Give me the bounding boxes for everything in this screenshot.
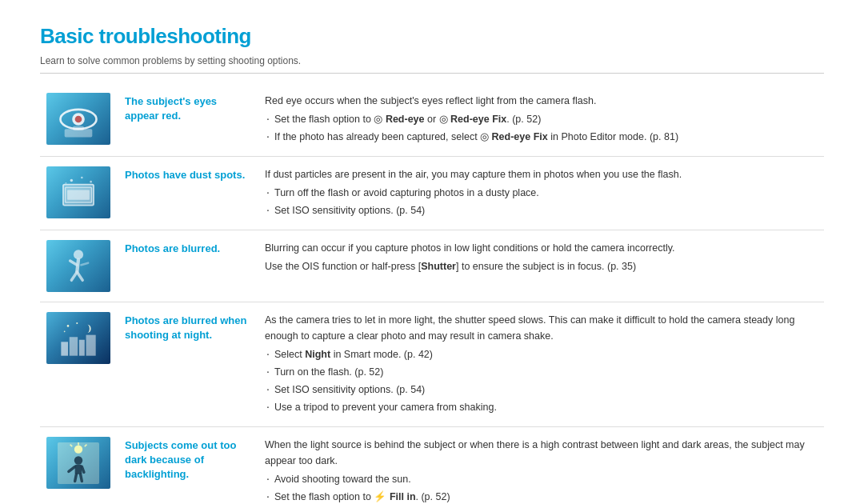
svg-line-17	[81, 262, 88, 265]
row-image-cell	[40, 157, 118, 230]
svg-line-34	[75, 474, 77, 481]
svg-point-8	[70, 178, 73, 181]
list-item: Set ISO sensitivity options. (p. 54)	[265, 382, 818, 398]
content-list: Select Night in Smart mode. (p. 42) Turn…	[265, 346, 818, 415]
list-item: If the photo has already been captured, …	[265, 129, 818, 145]
row-content-cell: As the camera tries to let in more light…	[258, 302, 824, 427]
problem-image-night	[46, 312, 110, 364]
backlight-icon	[58, 442, 99, 484]
svg-line-35	[81, 474, 82, 481]
svg-line-33	[82, 466, 84, 472]
svg-point-26	[74, 445, 82, 453]
content-list: Avoid shooting toward the sun. Set the f…	[265, 471, 818, 504]
row-title-cell: Subjects come out too dark because of ba…	[118, 427, 258, 505]
row-image-cell	[40, 302, 118, 427]
list-item: Turn on the flash. (p. 52)	[265, 364, 818, 380]
svg-rect-19	[70, 337, 78, 355]
svg-point-23	[76, 322, 78, 323]
row-content-cell: When the light source is behind the subj…	[258, 427, 824, 505]
row-content-cell: Blurring can occur if you capture photos…	[258, 230, 824, 302]
svg-point-30	[74, 456, 82, 464]
eye-icon	[58, 98, 99, 140]
row-content-cell: Red eye occurs when the subject's eyes r…	[258, 83, 824, 157]
problem-image-blurred	[46, 240, 110, 292]
problem-title-backlight: Subjects come out too dark because of ba…	[125, 439, 236, 480]
row-title-cell: The subject's eyes appear red.	[118, 83, 258, 157]
svg-rect-20	[79, 339, 85, 355]
row-title-cell: Photos are blurred when shooting at nigh…	[118, 302, 258, 427]
page-title: Basic troubleshooting	[40, 24, 824, 49]
problem-title-red-eye: The subject's eyes appear red.	[125, 95, 217, 122]
problem-title-blurred: Photos are blurred.	[125, 242, 220, 254]
svg-point-24	[64, 330, 66, 332]
list-item: Select Night in Smart mode. (p. 42)	[265, 346, 818, 362]
svg-point-2	[75, 115, 82, 122]
table-row: The subject's eyes appear red. Red eye o…	[40, 83, 824, 157]
table-row: Photos are blurred. Blurring can occur i…	[40, 230, 824, 302]
row-title-cell: Photos are blurred.	[118, 230, 258, 302]
problem-image-dust	[46, 166, 110, 218]
night-icon	[58, 318, 99, 359]
list-item: Set the flash option to ⚡ Fill in. (p. 5…	[265, 489, 818, 504]
content-list: Set the flash option to ◎ Red-eye or ◎ R…	[265, 111, 818, 145]
problem-image-backlight	[46, 437, 110, 489]
list-item: Turn off the flash or avoid capturing ph…	[265, 185, 818, 201]
list-item: Set the flash option to ◎ Red-eye or ◎ R…	[265, 111, 818, 127]
row-title-cell: Photos have dust spots.	[118, 157, 258, 230]
svg-point-9	[81, 176, 83, 178]
svg-point-11	[66, 182, 67, 184]
problem-title-night: Photos are blurred when shooting at nigh…	[125, 314, 246, 341]
svg-rect-18	[61, 342, 68, 355]
content-text: When the light source is behind the subj…	[265, 437, 818, 469]
svg-point-22	[67, 325, 70, 327]
content-text: If dust particles are present in the air…	[265, 166, 818, 182]
svg-point-10	[90, 180, 92, 182]
content-text: Red eye occurs when the subject's eyes r…	[265, 93, 818, 109]
problem-title-dust: Photos have dust spots.	[125, 169, 245, 181]
list-item: Use a tripod to prevent your camera from…	[265, 399, 818, 415]
svg-rect-4	[73, 126, 84, 130]
problem-image-red-eye	[46, 93, 110, 145]
row-image-cell	[40, 427, 118, 505]
svg-line-14	[70, 261, 78, 265]
dust-icon	[58, 172, 99, 214]
content-text: As the camera tries to let in more light…	[265, 312, 818, 344]
troubleshooting-table: The subject's eyes appear red. Red eye o…	[40, 83, 824, 504]
svg-rect-21	[86, 334, 96, 355]
row-image-cell	[40, 230, 118, 302]
list-item: Avoid shooting toward the sun.	[265, 471, 818, 487]
svg-rect-7	[67, 190, 90, 199]
table-row: Photos have dust spots. If dust particle…	[40, 157, 824, 230]
row-content-cell: If dust particles are present in the air…	[258, 157, 824, 230]
table-row: Subjects come out too dark because of ba…	[40, 427, 824, 505]
content-text: Use the OIS function or half-press [Shut…	[265, 258, 818, 274]
content-text: Blurring can occur if you capture photos…	[265, 240, 818, 256]
page-subtitle: Learn to solve common problems by settin…	[40, 55, 824, 74]
blurred-person-icon	[58, 246, 99, 287]
content-list: Turn off the flash or avoid capturing ph…	[265, 185, 818, 218]
row-image-cell	[40, 83, 118, 157]
svg-line-16	[77, 271, 82, 279]
table-row: Photos are blurred when shooting at nigh…	[40, 302, 824, 427]
list-item: Set ISO sensitivity options. (p. 54)	[265, 202, 818, 218]
